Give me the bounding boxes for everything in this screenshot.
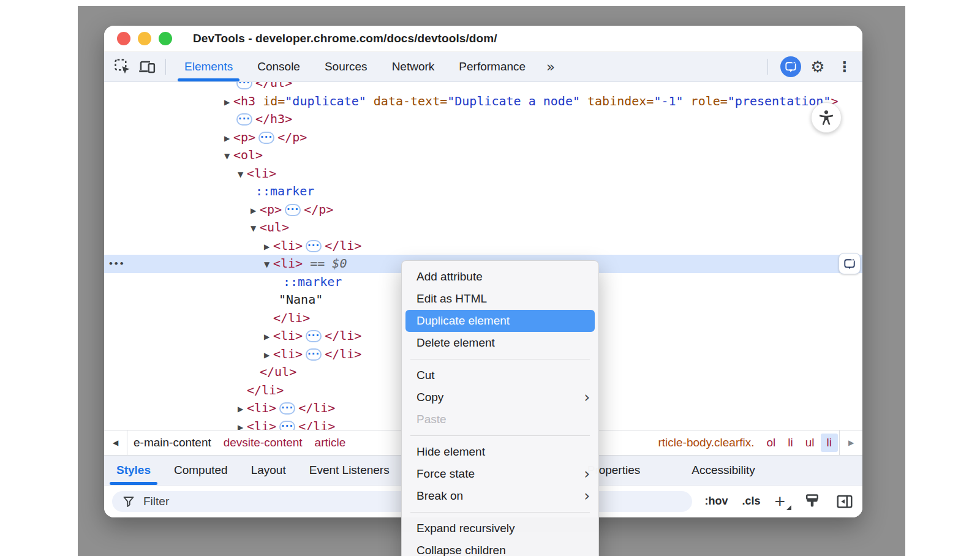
selected-node-ai-badge[interactable]: [839, 253, 861, 274]
collapsed-content-ellipsis-badge[interactable]: ···: [236, 82, 252, 89]
menu-item-delete-element[interactable]: Delete element: [402, 332, 598, 354]
code-token-tag: <li>: [247, 400, 276, 415]
tab-performance[interactable]: Performance: [447, 52, 538, 81]
collapsed-content-ellipsis-badge[interactable]: ···: [279, 421, 295, 430]
menu-item-edit-as-html[interactable]: Edit as HTML: [402, 288, 598, 310]
menu-item-force-state[interactable]: Force state›: [402, 463, 598, 485]
dock-side-icon: [835, 492, 854, 511]
menu-item-copy[interactable]: Copy›: [402, 386, 598, 408]
tab-network[interactable]: Network: [380, 52, 447, 81]
collapsed-content-ellipsis-badge[interactable]: ···: [306, 348, 322, 361]
submenu-chevron-icon: ›: [584, 391, 590, 404]
breadcrumb-item-li[interactable]: li: [782, 434, 799, 452]
toolbar-right-cluster: ⚙ ⋮: [761, 56, 855, 77]
devtools-toolbar: ElementsConsoleSourcesNetworkPerformance…: [104, 51, 862, 82]
expand-arrow-right-icon[interactable]: ▶: [238, 400, 247, 419]
breadcrumb-item-ol[interactable]: ol: [761, 434, 782, 452]
context-menu: Add attributeEdit as HTMLDuplicate eleme…: [401, 260, 599, 556]
styles-tab-event-listeners[interactable]: Event Listeners: [298, 456, 401, 485]
breadcrumb-item-rticle-bodyclearfix[interactable]: rticle-body.clearfix.: [652, 434, 761, 452]
expand-arrow-down-icon[interactable]: ▼: [251, 220, 260, 238]
dom-tree-row[interactable]: ▼<ol>: [104, 146, 862, 165]
settings-gear-icon[interactable]: ⚙: [807, 56, 828, 77]
code-token-val: "duplicate": [285, 94, 366, 108]
expand-arrow-right-icon[interactable]: ▶: [264, 238, 273, 257]
collapsed-content-ellipsis-badge[interactable]: ···: [258, 132, 274, 144]
close-button[interactable]: [117, 32, 130, 45]
more-options-kebab-icon[interactable]: ⋮: [834, 56, 855, 77]
collapsed-content-ellipsis-badge[interactable]: ···: [306, 240, 322, 252]
menu-item-collapse-children[interactable]: Collapse children: [402, 539, 598, 556]
dom-tree-row[interactable]: ▶<p>···</p>: [104, 201, 862, 219]
code-token-tag: </h3>: [255, 111, 292, 126]
expand-arrow-right-icon[interactable]: ▶: [224, 130, 233, 148]
styles-tab-accessibility[interactable]: Accessibility: [680, 456, 766, 485]
new-style-rule-button[interactable]: +: [774, 492, 789, 511]
menu-item-duplicate-element[interactable]: Duplicate element: [405, 310, 595, 332]
more-tabs-button[interactable]: »: [543, 58, 559, 75]
breadcrumb-scroll-left[interactable]: ◀: [104, 430, 127, 455]
tab-sources[interactable]: Sources: [312, 52, 380, 81]
expand-arrow-right-icon[interactable]: ▶: [251, 202, 260, 220]
expand-arrow-right-icon[interactable]: ▶: [264, 347, 273, 365]
expand-arrow-down-icon[interactable]: ▼: [224, 148, 233, 166]
paint-brush-button[interactable]: [803, 492, 821, 511]
tab-console[interactable]: Console: [245, 52, 312, 81]
tab-elements[interactable]: Elements: [172, 52, 245, 81]
menu-item-add-attribute[interactable]: Add attribute: [402, 266, 598, 288]
inspect-element-button[interactable]: [111, 56, 134, 78]
menu-item-cut[interactable]: Cut: [402, 364, 598, 386]
minimize-button[interactable]: [138, 32, 151, 45]
collapsed-content-ellipsis-badge[interactable]: ···: [236, 113, 252, 126]
code-token-tag: </p>: [277, 130, 307, 145]
breadcrumb-right-group: rticle-body.clearfix.olliulli: [652, 434, 838, 452]
collapsed-content-ellipsis-badge[interactable]: ···: [285, 204, 301, 216]
dom-tree-row[interactable]: ▼<ul>: [104, 219, 862, 237]
menu-item-label: Add attribute: [417, 270, 483, 284]
menu-item-break-on[interactable]: Break on›: [402, 485, 598, 507]
styles-tab-computed[interactable]: Computed: [162, 456, 239, 485]
ai-assistance-button[interactable]: [780, 56, 801, 77]
dom-tree-row[interactable]: ▼<li>: [104, 165, 862, 183]
menu-item-label: Expand recursively: [417, 522, 515, 535]
expand-arrow-right-icon[interactable]: ▶: [224, 94, 233, 112]
expand-arrow-down-icon[interactable]: ▼: [264, 256, 273, 274]
collapsed-content-ellipsis-badge[interactable]: ···: [279, 402, 295, 415]
code-token-eq: ==: [310, 256, 325, 271]
dom-tree-row[interactable]: ▶<li>···</li>: [104, 237, 862, 255]
expand-arrow-right-icon[interactable]: ▶: [264, 328, 273, 347]
accessibility-overlay-button[interactable]: [811, 102, 842, 133]
zoom-button[interactable]: [159, 32, 172, 45]
expand-arrow-right-icon[interactable]: ▶: [238, 419, 247, 430]
code-token-val: "-1": [654, 94, 683, 108]
breadcrumb-item-li[interactable]: li: [821, 434, 838, 452]
collapsed-content-ellipsis-badge[interactable]: ···: [306, 330, 322, 342]
dom-tree-row[interactable]: ▶<h3 id="duplicate" data-text="Duplicate…: [104, 92, 862, 111]
row-actions-ellipsis[interactable]: •••: [108, 255, 124, 273]
toggle-element-state-button[interactable]: :hov: [704, 495, 728, 508]
breadcrumb-item-e-main-content[interactable]: e-main-content: [127, 434, 217, 452]
dom-tree-row[interactable]: ▶<p>···</p>: [104, 129, 862, 147]
breadcrumb-item-ul[interactable]: ul: [799, 434, 821, 452]
expand-arrow-down-icon[interactable]: ▼: [238, 166, 247, 184]
submenu-chevron-icon: ›: [584, 468, 590, 480]
element-classes-button[interactable]: .cls: [742, 495, 760, 508]
dom-tree-row[interactable]: ···</ul>: [104, 82, 862, 92]
styles-tab-styles[interactable]: Styles: [105, 456, 162, 485]
breadcrumb-scroll-right[interactable]: ▶: [839, 430, 862, 455]
menu-item-hide-element[interactable]: Hide element: [402, 441, 598, 463]
panel-tabs: ElementsConsoleSourcesNetworkPerformance: [172, 52, 538, 81]
paint-brush-icon: [803, 492, 821, 511]
toolbar-divider: [165, 59, 166, 75]
breadcrumb-item-article[interactable]: article: [309, 434, 352, 452]
styles-tab-layout[interactable]: Layout: [239, 456, 298, 485]
menu-item-label: Force state: [417, 467, 475, 481]
breadcrumb-item-devsite-content[interactable]: devsite-content: [217, 434, 309, 452]
device-toolbar-button[interactable]: [136, 56, 158, 78]
code-token-tag: </li>: [247, 383, 284, 397]
dom-tree-row[interactable]: ::marker: [104, 182, 862, 201]
dom-tree-row[interactable]: ···</h3>: [104, 110, 862, 129]
menu-item-expand-recursively[interactable]: Expand recursively: [402, 517, 598, 539]
chevron-right-icon: ▶: [848, 438, 854, 447]
dock-side-button[interactable]: [835, 492, 854, 511]
